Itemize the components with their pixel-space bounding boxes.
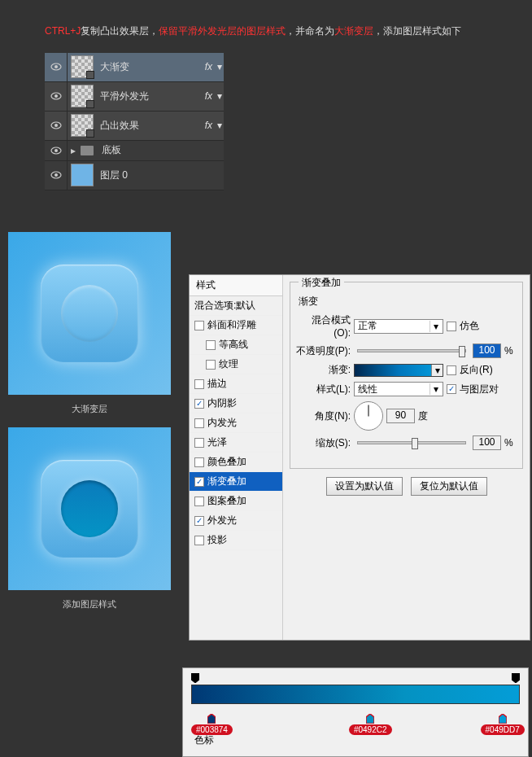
fx-badge[interactable]: fx [205,61,216,72]
preview-gradient-layer [8,232,171,395]
reverse-checkbox[interactable] [447,365,456,375]
style-texture[interactable]: 纹理 [190,355,282,374]
folder-icon [81,146,94,155]
row-scale: 缩放(S): 100 % [295,435,517,450]
layer-thumbnail[interactable] [71,164,94,186]
caption: 大渐变层 [8,403,171,415]
style-inner-glow[interactable]: 内发光 [190,414,282,433]
visibility-eye-icon[interactable] [45,141,68,160]
style-satin[interactable]: 光泽 [190,433,282,453]
layer-row-gradient[interactable]: 大渐变 fx ▾ [45,53,224,82]
style-inner-shadow[interactable]: 内阴影 [190,394,282,414]
layer-row-background[interactable]: 图层 0 [45,161,224,190]
color-hex-badge: #0492C2 [349,724,392,735]
layer-name: 平滑外发光 [97,90,205,103]
chevron-icon[interactable]: ▾ [216,90,224,102]
style-list: 样式 混合选项:默认 斜面和浮雕 等高线 纹理 描边 内阴影 内发光 光泽 颜色… [190,275,283,640]
svg-marker-10 [191,673,199,683]
row-gradient: 渐变: ▾ 反向(R) [295,363,517,377]
style-outer-glow[interactable]: 外发光 [190,511,282,531]
layer-row-group[interactable]: ▸ 底板 [45,141,224,161]
dither-checkbox[interactable] [447,322,456,331]
style-bevel[interactable]: 斜面和浮雕 [190,316,282,335]
style-blending-options[interactable]: 混合选项:默认 [190,296,282,316]
layer-thumbnail[interactable] [71,114,94,137]
instruction-text: CTRL+J复制凸出效果层，保留平滑外发光层的图层样式，并命名为大渐变层，添加图… [0,0,532,53]
opacity-input[interactable]: 100 [473,343,501,358]
color-hex-badge: #003874 [191,724,233,735]
caption: 添加图层样式 [8,598,171,610]
visibility-eye-icon[interactable] [45,53,68,81]
visibility-eye-icon[interactable] [45,161,68,190]
style-list-header: 样式 [190,275,282,296]
layer-name: 图层 0 [97,168,224,182]
reset-default-button[interactable]: 复位为默认值 [411,477,487,496]
opacity-stop-icon[interactable] [512,673,520,683]
color-stop[interactable]: #0492C2 [349,714,392,735]
layer-name: 底板 [98,143,224,157]
style-dropdown[interactable]: 线性▾ [354,382,443,396]
angle-dial[interactable] [354,401,383,431]
set-default-button[interactable]: 设置为默认值 [326,477,403,496]
layer-name: 大渐变 [97,60,205,74]
opacity-stop-icon[interactable] [191,673,199,683]
visibility-eye-icon[interactable] [45,82,68,111]
layers-panel: 大渐变 fx ▾ 平滑外发光 fx ▾ 凸出效果 fx ▾ ▸ 底板 图层 0 [45,53,224,190]
angle-input[interactable]: 90 [386,409,415,423]
layer-style-dialog: 样式 混合选项:默认 斜面和浮雕 等高线 纹理 描边 内阴影 内发光 光泽 颜色… [189,274,530,641]
opacity-slider[interactable] [357,349,466,352]
sub-title: 渐变 [299,295,517,308]
blend-mode-dropdown[interactable]: 正常▾ [354,319,443,334]
color-stops-label: 色标 [191,733,520,747]
visibility-eye-icon[interactable] [45,112,68,140]
fx-badge[interactable]: fx [205,90,216,102]
color-stop[interactable]: #049DD7 [481,714,525,735]
chevron-icon[interactable]: ▾ [216,120,224,131]
style-pattern-overlay[interactable]: 图案叠加 [190,492,282,511]
svg-marker-14 [499,714,507,724]
row-angle: 角度(N): 90 度 [295,401,517,431]
style-color-overlay[interactable]: 颜色叠加 [190,453,282,472]
color-stop[interactable]: #003874 [191,714,233,735]
svg-point-7 [55,149,58,152]
svg-point-5 [55,124,58,127]
layer-row-emboss[interactable]: 凸出效果 fx ▾ [45,112,224,141]
scale-input[interactable]: 100 [473,435,501,450]
scale-slider[interactable] [357,441,466,444]
style-stroke[interactable]: 描边 [190,374,282,394]
previews: 大渐变层 添加图层样式 [8,232,171,623]
layer-name: 凸出效果 [97,119,205,133]
layer-thumbnail[interactable] [71,55,94,78]
svg-marker-12 [207,714,216,724]
chevron-icon[interactable]: ▾ [216,61,224,72]
svg-point-9 [55,173,58,177]
svg-point-1 [55,65,58,68]
gradient-editor: #003874 #0492C2 #049DD7 色标 [182,667,529,757]
gradient-bar[interactable] [191,685,520,704]
preview-styled [8,427,171,590]
gradient-overlay-panel: 渐变叠加 渐变 混合模式(O): 正常▾ 仿色 不透明度(P): 100 % 渐… [283,275,530,640]
svg-marker-13 [366,714,374,724]
row-opacity: 不透明度(P): 100 % [295,343,517,358]
align-layer-checkbox[interactable] [447,384,456,394]
style-drop-shadow[interactable]: 投影 [190,531,282,550]
layer-row-smooth-glow[interactable]: 平滑外发光 fx ▾ [45,82,224,112]
svg-marker-11 [512,673,520,683]
color-hex-badge: #049DD7 [481,724,525,735]
style-gradient-overlay[interactable]: 渐变叠加 [190,472,282,492]
svg-point-3 [55,94,58,98]
hotkey: CTRL+J [45,25,81,37]
expand-triangle-icon[interactable]: ▸ [71,145,76,156]
fieldset-title: 渐变叠加 [299,276,344,290]
layer-thumbnail[interactable] [71,85,94,107]
gradient-picker[interactable]: ▾ [354,364,443,377]
style-contour[interactable]: 等高线 [190,335,282,355]
fx-badge[interactable]: fx [205,120,216,131]
row-style: 样式(L): 线性▾ 与图层对 [295,382,517,396]
row-blend-mode: 混合模式(O): 正常▾ 仿色 [295,313,517,339]
